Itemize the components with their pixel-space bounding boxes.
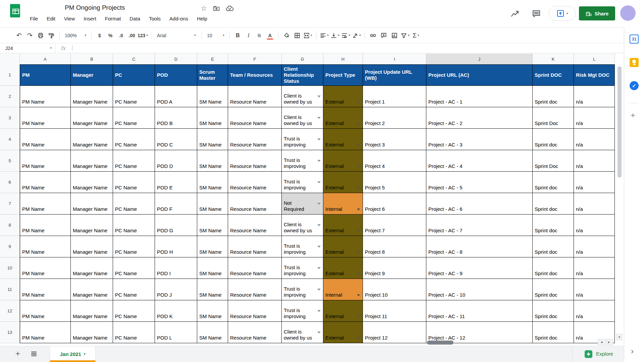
cell-A12[interactable]: PM Name — [20, 300, 71, 322]
cell-K12[interactable]: Sprint doc — [533, 300, 574, 322]
cell-C10[interactable]: PC Name — [113, 257, 155, 279]
cell-H5[interactable]: External — [323, 150, 363, 172]
cell-E10[interactable]: SM Name — [197, 257, 228, 279]
cell-B1[interactable]: Manager — [71, 64, 113, 86]
merge-cells-button[interactable]: ▾ — [303, 31, 313, 41]
horizontal-scrollbar-thumb[interactable] — [427, 341, 453, 345]
cell-H10[interactable]: External — [323, 257, 363, 279]
cell-C3[interactable]: PC Name — [113, 107, 155, 129]
column-header-E[interactable]: E — [197, 54, 228, 64]
cell-C8[interactable]: PC Name — [113, 215, 155, 236]
cell-A13[interactable]: PM Name — [20, 322, 71, 343]
cell-G5[interactable]: Trust is improving — [282, 150, 323, 172]
keep-icon[interactable] — [630, 58, 639, 67]
column-header-J[interactable]: J — [426, 54, 533, 64]
text-wrap-button[interactable]: ▾ — [341, 31, 351, 41]
cell-F10[interactable]: Resource Name — [228, 257, 282, 279]
cell-K1[interactable]: Sprint DOC — [533, 64, 574, 86]
cell-C7[interactable]: PC Name — [113, 193, 155, 215]
cell-A2[interactable]: PM Name — [20, 86, 71, 107]
fill-color-button[interactable] — [281, 31, 291, 41]
calendar-icon[interactable]: 31 — [630, 35, 639, 44]
dropdown-arrow-icon[interactable] — [357, 101, 360, 103]
cell-C11[interactable]: PC Name — [113, 279, 155, 300]
cell-L1[interactable]: Risk Mgt DOC — [574, 64, 615, 86]
cell-I5[interactable]: Project 4 — [363, 150, 426, 172]
column-header-K[interactable]: K — [533, 54, 574, 64]
comment-history-icon[interactable] — [532, 9, 541, 18]
cell-L6[interactable]: n/a — [574, 172, 615, 193]
menu-data[interactable]: Data — [129, 16, 140, 21]
cell-C13[interactable]: PC Name — [113, 322, 155, 343]
cell-D12[interactable]: POD K — [155, 300, 197, 322]
dropdown-arrow-icon[interactable] — [317, 117, 321, 119]
cell-B6[interactable]: Manager Name — [71, 172, 113, 193]
dropdown-arrow-icon[interactable] — [317, 160, 321, 162]
cell-D7[interactable]: POD F — [155, 193, 197, 215]
insert-link-button[interactable] — [368, 31, 378, 41]
move-folder-icon[interactable] — [213, 5, 220, 11]
cell-D11[interactable]: POD J — [155, 279, 197, 300]
name-box[interactable]: J24 ▾ — [0, 46, 55, 51]
bold-button[interactable]: B — [233, 31, 243, 41]
cell-L12[interactable]: n/a — [574, 300, 615, 322]
functions-button[interactable]: Σ▾ — [411, 31, 421, 41]
row-header-9[interactable]: 9 — [0, 236, 20, 257]
row-header-3[interactable]: 3 — [0, 107, 20, 129]
scroll-left-button[interactable]: ◂ — [598, 339, 605, 345]
dropdown-arrow-icon[interactable] — [357, 294, 360, 296]
cell-F11[interactable]: Resource Name — [228, 279, 282, 300]
cell-I2[interactable]: Project 1 — [363, 86, 426, 107]
cell-D5[interactable]: POD D — [155, 150, 197, 172]
cell-F12[interactable]: Resource Name — [228, 300, 282, 322]
cell-J11[interactable]: Project - AC - 10 — [426, 279, 533, 300]
column-header-G[interactable]: G — [282, 54, 323, 64]
paint-format-button[interactable] — [46, 31, 56, 41]
dropdown-arrow-icon[interactable] — [357, 187, 360, 189]
dropdown-arrow-icon[interactable] — [317, 310, 321, 312]
cell-H13[interactable]: External — [323, 322, 363, 343]
dropdown-arrow-icon[interactable] — [357, 166, 360, 168]
cell-I10[interactable]: Project 9 — [363, 257, 426, 279]
menu-insert[interactable]: Insert — [84, 16, 96, 21]
insert-comment-button[interactable] — [379, 31, 389, 41]
dropdown-arrow-icon[interactable] — [357, 251, 360, 253]
cell-E3[interactable]: SM Name — [197, 107, 228, 129]
row-header-8[interactable]: 8 — [0, 215, 20, 236]
menu-help[interactable]: Help — [197, 16, 207, 21]
cell-G11[interactable]: Trust is improving — [282, 279, 323, 300]
cell-K5[interactable]: Sprint Doc — [533, 150, 574, 172]
spreadsheet-stats-icon[interactable] — [511, 9, 519, 18]
cell-C12[interactable]: PC Name — [113, 300, 155, 322]
cell-K10[interactable]: Sprint doc — [533, 257, 574, 279]
cell-B13[interactable]: Manager Name — [71, 322, 113, 343]
cell-A10[interactable]: PM Name — [20, 257, 71, 279]
italic-button[interactable]: I — [244, 31, 254, 41]
number-format-button[interactable]: 123▾ — [138, 31, 148, 41]
dropdown-arrow-icon[interactable] — [317, 203, 321, 205]
dropdown-arrow-icon[interactable] — [317, 181, 321, 183]
cell-L9[interactable]: n/a — [574, 236, 615, 257]
cell-H8[interactable]: External — [323, 215, 363, 236]
row-header-7[interactable]: 7 — [0, 193, 20, 215]
cell-B5[interactable]: Manager Name — [71, 150, 113, 172]
hide-side-panel-button[interactable]: › — [631, 347, 634, 356]
zoom-select[interactable]: 100%▾ — [63, 31, 88, 41]
cell-L2[interactable]: n/a — [574, 86, 615, 107]
cell-B12[interactable]: Manager Name — [71, 300, 113, 322]
cell-G2[interactable]: Client is owned by us — [282, 86, 323, 107]
increase-decimal-button[interactable]: .00 — [127, 31, 137, 41]
cell-E7[interactable]: SM Name — [197, 193, 228, 215]
cell-E11[interactable]: SM Name — [197, 279, 228, 300]
cell-J9[interactable]: Project - AC - 8 — [426, 236, 533, 257]
cell-K8[interactable]: Sprint doc — [533, 215, 574, 236]
cell-C6[interactable]: PC Name — [113, 172, 155, 193]
cell-F2[interactable]: Resource Name — [228, 86, 282, 107]
cell-A9[interactable]: PM Name — [20, 236, 71, 257]
cell-G7[interactable]: Not Required — [282, 193, 323, 215]
star-icon[interactable]: ☆ — [201, 5, 207, 12]
cell-L10[interactable]: n/a — [574, 257, 615, 279]
cell-B9[interactable]: Manager Name — [71, 236, 113, 257]
cell-G3[interactable]: Client is owned by us — [282, 107, 323, 129]
vertical-align-button[interactable]: ▾ — [330, 31, 340, 41]
